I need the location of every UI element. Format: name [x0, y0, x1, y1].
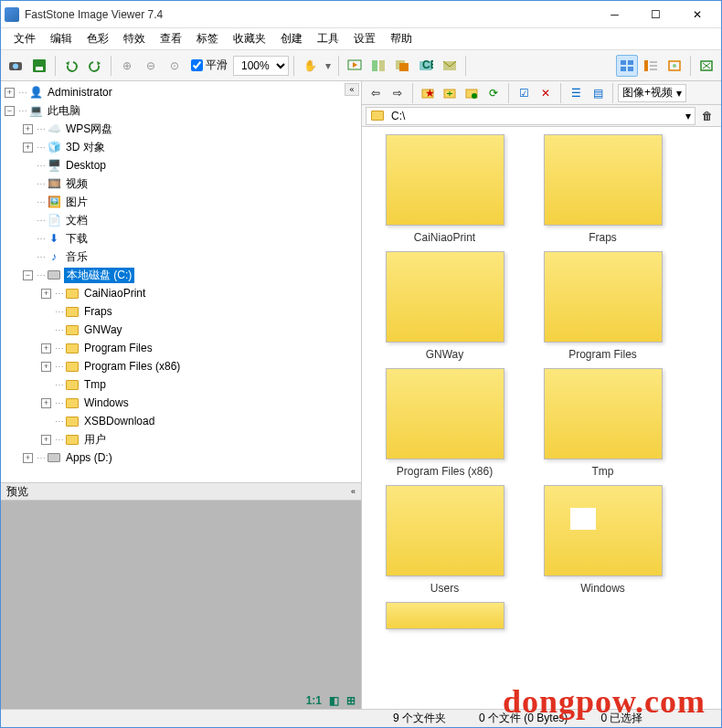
thumbnail-folder[interactable]: Windows: [527, 485, 678, 595]
maximize-button[interactable]: ☐: [635, 2, 676, 27]
zoom-in-icon[interactable]: ⊕: [116, 55, 138, 77]
tree-node[interactable]: +⋯Program Files: [3, 339, 359, 357]
thumbnail-folder[interactable]: Fraps: [527, 134, 678, 244]
svg-rect-15: [628, 67, 633, 71]
expander-icon[interactable]: +: [41, 398, 51, 408]
tree-node[interactable]: ⋯🎞️视频: [3, 174, 359, 193]
expander-icon[interactable]: +: [41, 289, 51, 299]
menu-effects[interactable]: 特效: [116, 29, 153, 48]
preview-label: 预览: [6, 484, 28, 500]
slideshow-icon[interactable]: [344, 55, 366, 77]
delete-icon[interactable]: ✕: [536, 83, 556, 103]
tree-node[interactable]: ⋯XSBDownload: [3, 412, 359, 430]
svg-rect-14: [621, 67, 626, 71]
fav-manage-icon[interactable]: [440, 83, 460, 103]
tree-node-drive-c[interactable]: −⋯本地磁盘 (C:): [3, 266, 359, 284]
filter-combo[interactable]: 图像+视频▾: [618, 84, 686, 102]
smooth-checkbox[interactable]: 平滑: [187, 58, 231, 73]
tree-node[interactable]: +⋯用户: [3, 430, 359, 448]
tree-node[interactable]: ⋯📄文档: [3, 211, 359, 229]
tree-node-admin[interactable]: +⋯ 👤 Administrator: [3, 83, 359, 101]
thumbnail-folder[interactable]: CaiNiaoPrint: [369, 134, 520, 244]
zoom-select[interactable]: 100%: [233, 56, 289, 76]
settings-icon[interactable]: [695, 55, 717, 77]
fav-add-icon[interactable]: ★: [418, 83, 438, 103]
new-folder-icon[interactable]: [462, 83, 482, 103]
menu-file[interactable]: 文件: [6, 29, 43, 48]
expander-icon[interactable]: +: [23, 124, 33, 134]
preview-pane[interactable]: 1:1 ◧ ⊞: [1, 501, 361, 709]
tree-node-computer[interactable]: −⋯ 💻 此电脑: [3, 101, 359, 120]
refresh-icon[interactable]: ⟳: [483, 83, 504, 103]
thumbnail-area[interactable]: CaiNiaoPrintFrapsGNWayProgram FilesProgr…: [362, 127, 721, 709]
info-icon[interactable]: ⊞: [346, 694, 356, 707]
minimize-button[interactable]: ─: [594, 2, 635, 27]
select-all-icon[interactable]: ☑: [514, 83, 534, 103]
tree-node[interactable]: ⋯⬇下载: [3, 229, 359, 248]
menu-color[interactable]: 色彩: [80, 29, 116, 48]
tree-node-drive-d[interactable]: +⋯Apps (D:): [3, 448, 359, 467]
tree-node[interactable]: +⋯Windows: [3, 394, 359, 412]
scanner-icon[interactable]: [5, 55, 27, 77]
menu-edit[interactable]: 编辑: [43, 29, 80, 48]
menu-tools[interactable]: 工具: [310, 29, 346, 48]
thumbnail-folder[interactable]: GNWay: [369, 251, 520, 361]
tree-node[interactable]: ⋯Tmp: [3, 375, 359, 394]
collapse-tree-icon[interactable]: «: [345, 83, 359, 96]
forward-icon[interactable]: ⇨: [388, 83, 408, 103]
tree-node[interactable]: +⋯🧊3D 对象: [3, 138, 359, 156]
back-icon[interactable]: ⇦: [366, 83, 386, 103]
compare-icon[interactable]: [367, 55, 389, 77]
menu-create[interactable]: 创建: [273, 29, 310, 48]
filter-icon[interactable]: ▤: [588, 83, 608, 103]
save-icon[interactable]: [28, 55, 50, 77]
tree-node[interactable]: ⋯🖼️图片: [3, 193, 359, 211]
expander-icon[interactable]: +: [41, 435, 51, 445]
thumbnail-folder[interactable]: Tmp: [527, 368, 678, 478]
hand-icon[interactable]: ✋: [299, 55, 321, 77]
menu-help[interactable]: 帮助: [383, 29, 419, 48]
expander-icon[interactable]: +: [23, 142, 33, 153]
tree-node[interactable]: +⋯Program Files (x86): [3, 357, 359, 375]
menu-settings[interactable]: 设置: [346, 29, 383, 48]
batch-rename-icon[interactable]: CB: [415, 55, 437, 77]
download-icon: ⬇: [47, 231, 61, 246]
undo-icon[interactable]: [60, 55, 82, 77]
tree-node[interactable]: ⋯GNWay: [3, 321, 359, 339]
zoom-out-icon[interactable]: ⊖: [140, 55, 162, 77]
trash-icon[interactable]: 🗑: [697, 106, 717, 126]
redo-icon[interactable]: [84, 55, 106, 77]
thumbnail-folder[interactable]: Program Files (x86): [369, 368, 520, 478]
address-input[interactable]: C:\ ▾: [366, 107, 695, 125]
tree-node[interactable]: +⋯CaiNiaoPrint: [3, 284, 359, 302]
folder-tree[interactable]: « +⋯ 👤 Administrator −⋯ 💻 此电脑 +⋯☁️WPS网盘 …: [1, 81, 361, 482]
hand-dropdown-icon[interactable]: ▾: [323, 59, 334, 72]
detail-view-icon[interactable]: [640, 55, 662, 77]
menu-favorites[interactable]: 收藏夹: [226, 29, 273, 48]
expander-icon[interactable]: −: [23, 270, 33, 280]
tree-node[interactable]: ⋯♪音乐: [3, 248, 359, 266]
collapse-preview-icon[interactable]: «: [351, 487, 356, 496]
expander-icon[interactable]: +: [41, 362, 51, 372]
thumbnail-folder[interactable]: Program Files: [527, 251, 678, 361]
expander-icon[interactable]: +: [23, 453, 33, 463]
tree-node[interactable]: ⋯🖥️Desktop: [3, 156, 359, 174]
thumbnail-folder[interactable]: Users: [369, 485, 520, 595]
expander-icon[interactable]: +: [5, 88, 15, 98]
tree-node[interactable]: ⋯Fraps: [3, 302, 359, 321]
menu-tags[interactable]: 标签: [189, 29, 226, 48]
expander-icon[interactable]: +: [41, 343, 51, 353]
histogram-icon[interactable]: ◧: [329, 694, 339, 707]
fullscreen-icon[interactable]: [664, 55, 685, 77]
close-button[interactable]: ✕: [676, 2, 717, 27]
menu-view[interactable]: 查看: [153, 29, 189, 48]
chevron-down-icon[interactable]: ▾: [685, 110, 691, 122]
tree-node[interactable]: +⋯☁️WPS网盘: [3, 120, 359, 138]
thumbnail-view-icon[interactable]: [616, 55, 638, 77]
batch-convert-icon[interactable]: [391, 55, 413, 77]
email-icon[interactable]: [439, 55, 461, 77]
sort-icon[interactable]: ☰: [566, 83, 586, 103]
zoom-fit-icon[interactable]: ⊙: [164, 55, 186, 77]
thumbnail-folder[interactable]: [369, 602, 520, 635]
expander-icon[interactable]: −: [5, 106, 15, 116]
